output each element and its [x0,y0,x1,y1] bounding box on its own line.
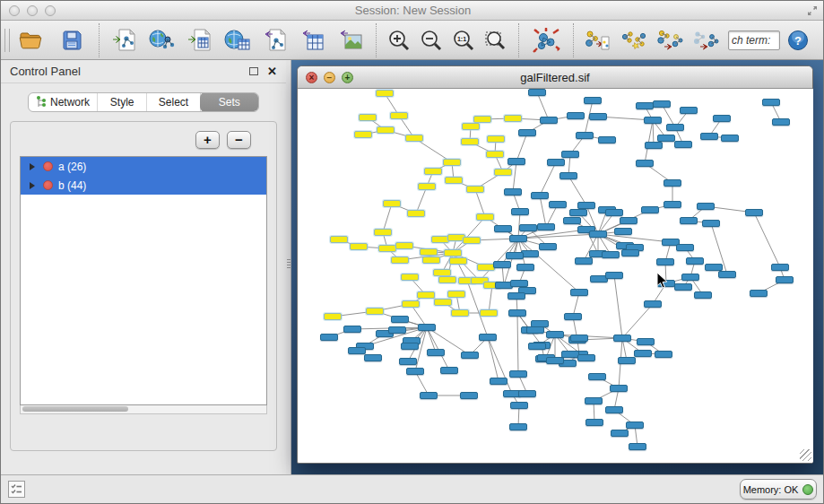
help-button[interactable]: ? [787,30,809,51]
graph-node[interactable] [518,390,536,397]
graph-node[interactable] [463,237,481,244]
zoom-fit-content-button[interactable] [480,22,512,58]
graph-node[interactable] [626,421,644,429]
graph-node[interactable] [494,225,512,232]
graph-node[interactable] [644,300,662,308]
graph-node[interactable] [634,350,652,357]
graph-node[interactable] [618,357,636,364]
disclosure-triangle-icon[interactable] [30,182,35,189]
graph-node[interactable] [516,264,534,271]
graph-node[interactable] [610,385,628,392]
graph-node[interactable] [518,129,536,136]
graph-node[interactable] [445,177,463,184]
graph-node[interactable] [598,136,616,143]
export-table-button[interactable] [294,22,332,58]
graph-node[interactable] [462,123,480,130]
merge-networks-to-file-button[interactable] [580,22,616,58]
graph-node[interactable] [605,406,623,413]
graph-node[interactable] [674,141,692,148]
graph-node[interactable] [636,102,654,109]
zoom-actual-size-button[interactable]: 1:1 [447,22,480,58]
graph-node[interactable] [364,354,382,361]
graph-node[interactable] [377,126,395,134]
graph-node[interactable] [506,252,524,259]
graph-node[interactable] [473,116,491,123]
import-table-from-web-button[interactable] [219,22,256,58]
tab-sets[interactable]: Sets [200,92,259,112]
add-set-button[interactable]: + [195,131,220,149]
graph-node[interactable] [350,243,368,250]
graph-node[interactable] [526,326,544,334]
graph-node[interactable] [641,206,659,213]
export-image-button[interactable] [332,22,369,58]
graph-node[interactable] [509,235,527,242]
graph-node[interactable] [762,99,780,106]
graph-node[interactable] [507,292,525,300]
graph-node[interactable] [644,117,662,124]
minimize-view-icon[interactable]: − [324,72,335,83]
graph-node[interactable] [569,209,587,216]
graph-node[interactable] [507,158,525,165]
graph-node[interactable] [444,249,462,256]
splitter-grip[interactable] [287,259,291,270]
graph-node[interactable] [509,423,527,430]
graph-node[interactable] [438,276,456,283]
graph-node[interactable] [431,236,449,243]
graph-node[interactable] [613,335,631,342]
float-panel-icon[interactable] [249,67,258,75]
graph-node[interactable] [540,117,558,124]
graph-node[interactable] [434,299,452,306]
graph-node[interactable] [476,213,494,221]
graph-node[interactable] [655,351,672,358]
graph-node[interactable] [359,114,377,121]
scrollbar-thumb[interactable] [22,406,128,412]
graph-node[interactable] [620,217,638,224]
graph-node[interactable] [460,392,478,399]
graph-node[interactable] [561,151,579,158]
graph-node[interactable] [348,347,366,354]
graph-node[interactable] [656,258,674,265]
graph-node[interactable] [422,256,440,264]
graph-node[interactable] [636,160,654,167]
graph-node[interactable] [611,430,629,437]
graph-node[interactable] [721,135,739,142]
zoom-in-button[interactable] [383,22,415,58]
graph-node[interactable] [567,112,585,119]
graph-node[interactable] [399,358,417,365]
graph-node[interactable] [576,132,594,139]
graph-node[interactable] [504,115,522,122]
graph-node[interactable] [614,228,632,235]
graph-node[interactable] [680,217,698,224]
graph-node[interactable] [674,283,692,291]
graph-node[interactable] [508,309,526,317]
graph-node[interactable] [461,352,479,359]
graph-node[interactable] [494,169,512,176]
graph-node[interactable] [561,351,579,358]
window-resize-grip[interactable] [800,449,811,461]
graph-node[interactable] [343,326,361,333]
graph-node[interactable] [374,229,392,236]
graph-node[interactable] [531,192,549,199]
tab-style[interactable]: Style [98,93,147,111]
graph-node[interactable] [447,291,465,298]
merge-networks-intersection-button[interactable] [688,22,724,58]
graph-node[interactable] [521,250,539,257]
graph-node[interactable] [391,256,409,264]
import-network-from-web-button[interactable] [143,22,181,58]
graph-node[interactable] [528,89,546,96]
graph-node[interactable] [589,113,607,120]
graph-node[interactable] [479,334,497,341]
tab-network[interactable]: Network [29,93,98,111]
graph-node[interactable] [713,115,731,122]
graph-node[interactable] [664,201,681,208]
graph-node[interactable] [510,402,528,409]
graph-node[interactable] [461,138,479,145]
network-graph-canvas[interactable] [299,89,813,463]
graph-node[interactable] [366,308,384,315]
memory-status-button[interactable]: Memory: OK [740,479,817,500]
graph-node[interactable] [700,133,718,140]
graph-node[interactable] [686,257,704,265]
graph-node[interactable] [585,419,603,426]
disclosure-triangle-icon[interactable] [30,163,35,170]
import-network-from-file-button[interactable] [106,22,143,58]
